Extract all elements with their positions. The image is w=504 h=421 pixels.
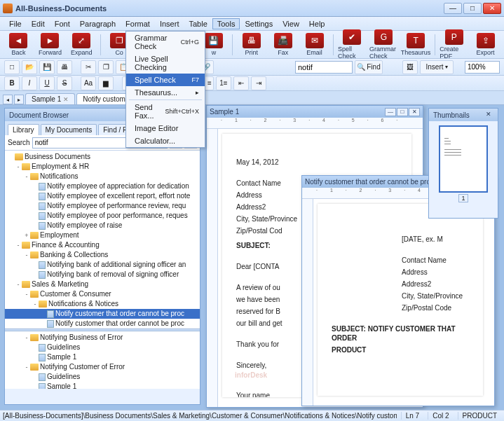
back-button[interactable]: ◄Back [4,33,33,56]
menu-item-spell-check[interactable]: Spell CheckF7 [126,74,205,86]
highlight-button[interactable]: ▆ [98,76,114,90]
find-button[interactable]: 🔍Find [355,60,383,74]
open-icon[interactable]: 📂 [22,60,37,74]
new-icon[interactable]: □ [4,60,20,74]
tree-doc-item[interactable]: Guidelines [5,372,200,382]
tree-folder-item[interactable]: -Employment & HR [5,162,200,172]
panel-close-button[interactable]: ✕ [484,111,493,119]
minimize-button[interactable]: — [444,3,462,14]
menu-help[interactable]: Help [304,18,330,29]
mdi-close-button[interactable]: ✕ [409,108,420,116]
expand-icon[interactable]: - [23,362,30,372]
menu-item-image-editor[interactable]: Image Editor [126,122,205,134]
tree-folder-item[interactable]: -Customer & Consumer [5,289,200,299]
email-button[interactable]: ✉Email [300,33,329,56]
expand-icon[interactable]: - [32,299,39,309]
menu-item-live-spell-checking[interactable]: Live Spell Checking [126,53,205,74]
strike-button[interactable]: S [57,76,72,90]
image-icon[interactable]: 🖼 [402,60,418,74]
thumbnail-page[interactable]: ▬▬▬▬▬▬▬▬▬▬▬▬▬▬▬▬▬▬▬▬▬▬▬▬▬▬▬▬▬▬▬▬ [439,125,488,193]
menu-format[interactable]: Format [121,18,155,29]
menu-item-grammar-check[interactable]: Grammar CheckCtrl+G [126,32,205,53]
menu-item-calculator-[interactable]: Calculator... [126,134,205,147]
tree-doc-item[interactable]: Notify customer that order cannot be pro… [5,309,200,319]
tree-doc-item[interactable]: Notify employee of poor performance, req… [5,211,200,221]
tree-doc-item[interactable]: Notify customer that order cannot be pro… [5,319,200,329]
tree-folder-item[interactable]: -Notifying Business of Error [5,333,200,343]
expand-icon[interactable]: - [23,172,30,181]
menu-table[interactable]: Table [184,18,212,29]
expand-icon[interactable]: + [23,230,30,240]
find-input[interactable] [295,61,353,74]
tree-doc-item[interactable]: Sample 1 [5,382,200,389]
expand-icon[interactable]: - [23,250,30,260]
mdi-max-button[interactable]: □ [397,108,408,116]
numbering-button[interactable]: 1≡ [216,76,231,90]
expand-button[interactable]: ⤢Expand [67,33,96,56]
browser-tab-library[interactable]: Library [8,124,39,135]
tree-doc-item[interactable]: Guidelines [5,343,200,352]
print-icon[interactable]: 🖶 [57,60,72,74]
tab-close-icon[interactable]: ✕ [63,96,69,103]
page-content-notify[interactable]: [DATE, ex. M Contact Name Address Addres… [318,204,483,396]
mdi-min-button[interactable]: — [385,108,396,116]
thesaurus-button[interactable]: TThesaurus [401,33,431,56]
menu-paragraph[interactable]: Paragraph [75,18,121,29]
save-icon[interactable]: 💾 [39,60,55,74]
tree-folder-item[interactable]: -Notifying Customer of Error [5,362,200,372]
tree-folder-item[interactable]: -Sales & Marketing [5,279,200,289]
tree-doc-item[interactable]: Notify employee of appreciation for dedi… [5,181,200,191]
tree-doc-item[interactable]: Notify employee of raise [5,221,200,230]
indent-button[interactable]: ⇥ [251,76,266,90]
tree-doc-item[interactable]: Notifying bank of additional signing off… [5,260,200,270]
menu-insert[interactable]: Insert [155,18,184,29]
expand-icon[interactable]: - [23,333,30,343]
expand-icon[interactable]: - [15,162,22,172]
mdi-title-sample1[interactable]: Sample 1 — □ ✕ [207,106,423,118]
bold-button[interactable]: B [4,76,20,90]
menu-settings[interactable]: Settings [240,18,278,29]
menu-item-send-fax-[interactable]: Send Fax...Shift+Ctrl+X [126,101,205,122]
close-button[interactable]: ✕ [483,3,501,14]
spellcheck-button[interactable]: ✔Spell Check [338,29,367,60]
tab-next-button[interactable]: ▸ [14,95,24,104]
outdent-button[interactable]: ⇤ [233,76,249,90]
menu-edit[interactable]: Edit [27,18,50,29]
expand-icon[interactable]: - [15,240,22,250]
italic-button[interactable]: I [22,76,37,90]
cut-icon[interactable]: ✂ [81,60,96,74]
menu-item-thesaurus-[interactable]: Thesaurus... [126,86,205,99]
menu-tools[interactable]: Tools [212,18,240,29]
copy-icon[interactable]: ❐ [98,60,114,74]
browser-tab-my-documents[interactable]: My Documents [41,124,97,135]
fax-button[interactable]: 📠Fax [268,33,297,56]
tab-prev-button[interactable]: ◂ [3,95,13,104]
underline-button[interactable]: U [39,76,55,90]
export-button[interactable]: ⇪Export [471,33,500,56]
insert-button[interactable]: Insert▾ [420,60,454,74]
tree-folder-item[interactable]: -Notifications & Notices [5,299,200,309]
grammarcheck-button[interactable]: GGrammar Check [369,29,398,60]
tree-doc-item[interactable]: Sample 1 [5,352,200,362]
tree-doc-item[interactable]: Notify employee of performance review, r… [5,201,200,211]
createpdf-button[interactable]: PCreate PDF [440,29,468,60]
tree-folder-item[interactable]: Business Documents [5,152,200,162]
expand-icon[interactable]: - [23,289,30,299]
document-tree-lower[interactable]: -Notifying Business of ErrorGuidelinesSa… [5,331,200,389]
menu-font[interactable]: Font [50,18,75,29]
forward-button[interactable]: ►Forward [36,33,64,56]
tree-doc-item[interactable]: Notifying bank of removal of signing off… [5,270,200,279]
tree-folder-item[interactable]: -Banking & Collections [5,250,200,260]
tree-folder-item[interactable]: -Finance & Accounting [5,240,200,250]
zoom-input[interactable] [465,61,500,74]
tree-folder-item[interactable]: -Notifications [5,172,200,181]
case-button[interactable]: Aa [81,76,96,90]
expand-icon[interactable]: - [15,279,22,289]
tree-folder-item[interactable]: +Employment [5,230,200,240]
maximize-button[interactable]: □ [463,3,482,14]
print-button[interactable]: 🖶Print [237,33,266,56]
menu-view[interactable]: View [278,18,304,29]
tree-doc-item[interactable]: Notify employee of excellent report, eff… [5,191,200,201]
menu-file[interactable]: File [4,18,27,29]
doc-tab[interactable]: Sample 1✕ [25,93,75,104]
